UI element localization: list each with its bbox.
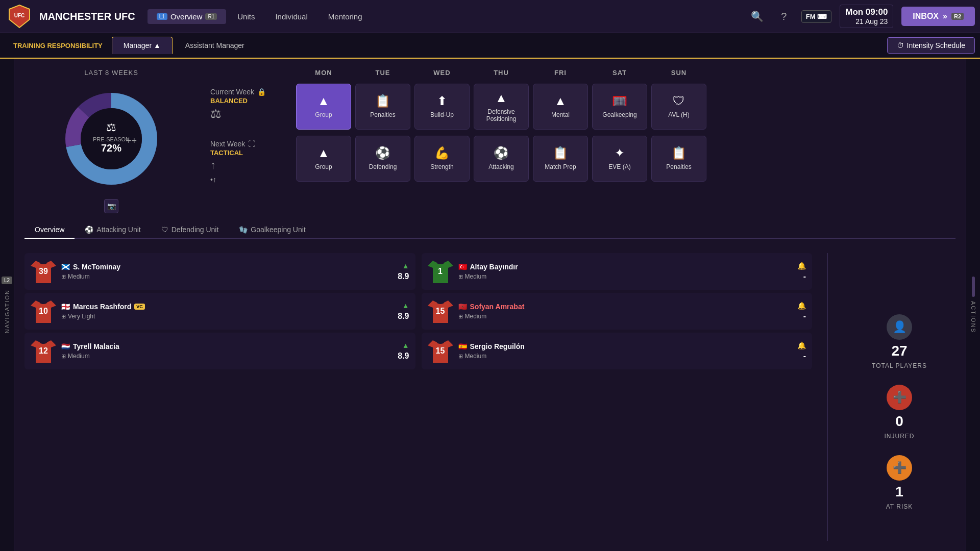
datetime-display[interactable]: Mon 09:00 21 Aug 23: [840, 5, 893, 28]
day-cell-sun-next[interactable]: 📋 Penalties: [651, 136, 706, 182]
day-cell-mon-next[interactable]: ▲ Group: [296, 136, 351, 182]
player-shirt: 12: [31, 336, 56, 366]
tab-goalkeeping-unit[interactable]: 🧤 Goalkeeping Unit: [229, 221, 315, 239]
intensity-icon: ⊞: [61, 313, 66, 320]
player-shirt: 15: [428, 336, 453, 366]
at-risk-stat: ➕ 1 AT RISK: [843, 455, 955, 510]
nav-tab-units[interactable]: Units: [228, 9, 264, 24]
player-intensity: ⊞ Medium: [458, 273, 793, 280]
player-info: 🇲🇦 Sofyan Amrabat ⊞ Medium: [458, 303, 793, 320]
left-navigation: L2 NAVIGATION: [0, 59, 14, 551]
bottom-section: 39 🏴󠁧󠁢󠁳󠁣󠁴󠁿 S. McTominay ⊞ Medium: [24, 253, 955, 541]
svg-text:PRE-SEASON: PRE-SEASON: [93, 136, 130, 142]
day-cell-tue-next[interactable]: ⚽ Defending: [355, 136, 410, 182]
day-header-wed: WED: [414, 69, 470, 77]
player-rating: -: [803, 272, 806, 281]
next-week-row: Next Week ⛶ TACTICAL ↑•↑ ▲ Group ⚽ Defen…: [210, 136, 955, 185]
player-info: 🏴󠁧󠁢󠁳󠁣󠁴󠁿 S. McTominay ⊞ Medium: [61, 263, 393, 280]
list-item[interactable]: 1 🇹🇷 Altay Bayındır ⊞ Medium: [422, 253, 813, 290]
day-cell-sat-next[interactable]: ✦ EVE (A): [592, 136, 647, 182]
svg-text:72%: 72%: [101, 142, 121, 154]
strength-icon: 💪: [434, 146, 450, 160]
penalties-icon: 📋: [375, 94, 390, 108]
goalkeeping-icon: 🥅: [612, 94, 627, 108]
alert-icon: 🔔: [797, 262, 806, 270]
player-rating: -: [803, 352, 806, 361]
list-item[interactable]: 39 🏴󠁧󠁢󠁳󠁣󠁴󠁿 S. McTominay ⊞ Medium: [24, 253, 415, 290]
actions-label: ACTIONS: [970, 301, 976, 333]
day-cell-wed-next[interactable]: 💪 Strength: [414, 136, 470, 182]
list-item[interactable]: 12 🇳🇱 Tyrell Malacia ⊞ Medium: [24, 333, 415, 369]
defensive-positioning-icon: ▲: [495, 91, 507, 105]
intensity-schedule-button[interactable]: ⏱ Intensity Schedule: [887, 37, 975, 54]
at-risk-label: AT RISK: [886, 503, 913, 510]
intensity-icon: ⊞: [458, 313, 463, 320]
avl-icon: 🛡: [673, 94, 685, 108]
mental-icon: ▲: [554, 94, 567, 108]
day-cell-mon-current[interactable]: ▲ Group: [296, 84, 351, 130]
chart-title: LAST 8 WEEKS: [84, 69, 138, 77]
day-cell-thu-current[interactable]: ▲ DefensivePositioning: [474, 84, 529, 130]
eve-icon: ✦: [615, 146, 625, 160]
player-flag: 🏴󠁧󠁢󠁥󠁮󠁧󠁿: [61, 303, 70, 311]
player-flag: 🇹🇷: [458, 263, 467, 271]
tab-defending-unit[interactable]: 🛡 Defending Unit: [151, 221, 229, 239]
day-cell-fri-next[interactable]: 📋 Match Prep: [533, 136, 588, 182]
player-intensity: ⊞ Medium: [61, 353, 393, 360]
day-cell-fri-current[interactable]: ▲ Mental: [533, 84, 588, 130]
search-icon[interactable]: 🔍: [748, 7, 767, 26]
nav-tab-mentoring[interactable]: Mentoring: [319, 9, 372, 24]
tab-attacking-unit[interactable]: ⚽ Attacking Unit: [75, 221, 151, 239]
list-item[interactable]: 15 🇲🇦 Sofyan Amrabat ⊞ Medium: [422, 293, 813, 330]
player-intensity: ⊞ Medium: [61, 273, 393, 280]
injured-stat: ➕ 0 INJURED: [843, 385, 955, 440]
nav-tab-overview[interactable]: L1 Overview R1: [148, 9, 226, 24]
help-icon[interactable]: ?: [775, 7, 793, 26]
manager-tab[interactable]: Manager ▲: [112, 37, 173, 54]
vc-badge: VC: [134, 304, 145, 310]
current-week-sublabel: BALANCED: [210, 97, 292, 105]
player-trend-icon: ▲: [402, 302, 409, 310]
top-bar: UFC MANCHESTER UFC L1 Overview R1 Units …: [0, 0, 980, 33]
day-header-sat: SAT: [592, 69, 647, 77]
day-cell-sat-current[interactable]: 🥅 Goalkeeping: [592, 84, 647, 130]
day-cell-tue-current[interactable]: 📋 Penalties: [355, 84, 410, 130]
player-column-right: 1 🇹🇷 Altay Bayındır ⊞ Medium: [422, 253, 813, 369]
player-trend-icon: ▲: [402, 341, 409, 349]
total-players-icon: 👤: [887, 314, 912, 340]
player-list: 39 🏴󠁧󠁢󠁳󠁣󠁴󠁿 S. McTominay ⊞ Medium: [24, 253, 812, 369]
svg-text:UFC: UFC: [14, 13, 24, 18]
attacking-unit-icon: ⚽: [85, 226, 93, 234]
camera-icon[interactable]: 📷: [104, 199, 118, 213]
player-right: ▲ 8.9: [398, 262, 409, 281]
day-cell-wed-current[interactable]: ⬆ Build-Up: [414, 84, 470, 130]
day-header-fri: FRI: [533, 69, 588, 77]
inbox-button[interactable]: INBOX » R2: [901, 7, 975, 26]
day-cell-thu-next[interactable]: ⚽ Attacking: [474, 136, 529, 182]
tab-overview[interactable]: Overview: [24, 221, 75, 239]
list-item[interactable]: 15 🇪🇸 Sergio Reguilón ⊞ Medium: [422, 333, 813, 369]
player-shirt: 15: [428, 296, 453, 326]
player-trend-icon: ▲: [402, 262, 409, 270]
player-name: Marcus Rashford: [73, 303, 131, 311]
club-name: MANCHESTER UFC: [39, 11, 135, 22]
next-week-label: Next Week ⛶ TACTICAL ↑•↑: [210, 136, 292, 185]
club-badge[interactable]: UFC: [5, 3, 33, 31]
player-flag: 🇪🇸: [458, 342, 467, 350]
intensity-icon: ⊞: [458, 273, 463, 280]
day-cell-sun-current[interactable]: 🛡 AVL (H): [651, 84, 706, 130]
current-week-label: Current Week 🔒 BALANCED ⚖: [210, 84, 292, 121]
training-tabs-bar: TRAINING RESPONSIBILITY Manager ▲ Assist…: [0, 33, 980, 59]
chart-controls: 📷: [104, 199, 118, 213]
actions-handle[interactable]: [972, 277, 975, 297]
assistant-manager-tab[interactable]: Assistant Manager: [174, 37, 256, 54]
defending-icon: ⚽: [375, 146, 390, 160]
list-item[interactable]: 10 🏴󠁧󠁢󠁥󠁮󠁧󠁿 Marcus Rashford VC ⊞: [24, 293, 415, 330]
injured-icon: ➕: [887, 385, 912, 410]
player-column-left: 39 🏴󠁧󠁢󠁳󠁣󠁴󠁿 S. McTominay ⊞ Medium: [24, 253, 415, 369]
main-content: L2 NAVIGATION LAST 8 WEEKS: [0, 59, 980, 551]
nav-tab-individual[interactable]: Individual: [266, 9, 316, 24]
goalkeeping-unit-icon: 🧤: [239, 226, 248, 234]
player-name: S. McTominay: [73, 263, 120, 271]
alert-icon: 🔔: [797, 302, 806, 310]
